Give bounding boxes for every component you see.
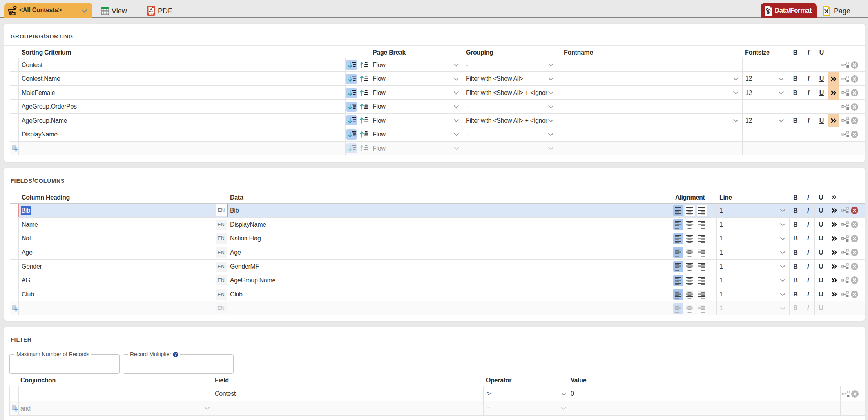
svg-text:PDF: PDF: [149, 13, 154, 15]
svg-text:?: ?: [174, 352, 177, 356]
